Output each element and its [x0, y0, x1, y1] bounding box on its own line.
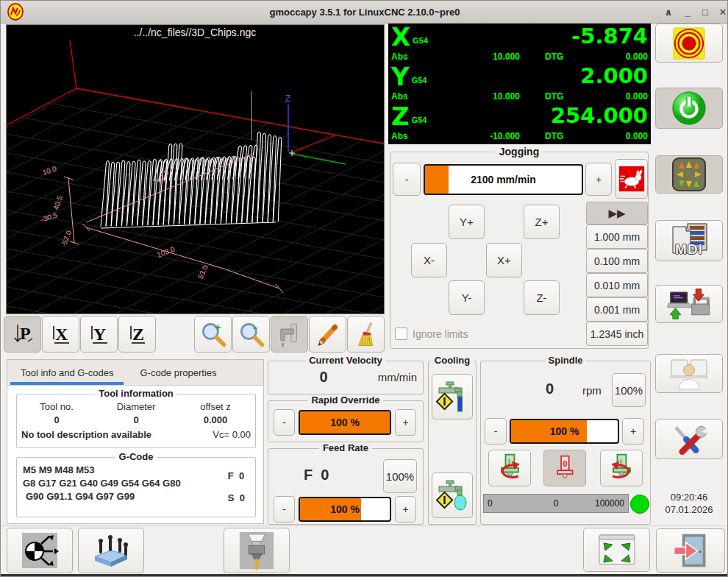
z-axis-label: Z: [285, 93, 290, 104]
spindle-stop-button[interactable]: 0: [543, 450, 586, 486]
svg-text:X: X: [55, 325, 68, 344]
spindle-cw-button[interactable]: I: [600, 450, 643, 486]
rapid-plus-button[interactable]: +: [395, 409, 416, 436]
coord-system: G54: [412, 116, 427, 124]
cooling-frame: Cooling: [428, 361, 477, 525]
zoom-out-button[interactable]: -: [232, 316, 270, 353]
gremlin-3d-preview[interactable]: Z 10.0 40.5 -30.5 -52.0 52.1 103.0: [6, 24, 385, 314]
tab-gcode-properties[interactable]: G-code properties: [126, 360, 229, 385]
touch-off-button[interactable]: [7, 528, 73, 573]
jog-x-minus-button[interactable]: X-: [411, 243, 447, 277]
bar-max: 100000: [579, 498, 628, 509]
s-label: S: [228, 492, 235, 503]
toggle-dimensions-button[interactable]: [271, 316, 308, 353]
s-value: 0: [240, 492, 245, 503]
clock: 09:20:46 07.01.2026: [655, 491, 723, 516]
jog-x-plus-button[interactable]: X+: [486, 243, 522, 277]
minimize-button[interactable]: _: [679, 1, 696, 23]
clear-plot-button[interactable]: [347, 316, 385, 353]
velocity-value: 0: [268, 369, 379, 386]
user-tabs-button[interactable]: [655, 354, 723, 393]
view-z-button[interactable]: Z: [118, 316, 156, 353]
view-y-button[interactable]: Y: [80, 316, 118, 353]
jog-increment-1mm[interactable]: 1.000 mm: [586, 224, 648, 249]
dro-row-x[interactable]: X G54 -5.874 Abs 10.000 DTG 0.000: [388, 24, 651, 63]
jog-increment-01mm[interactable]: 0.100 mm: [586, 249, 648, 273]
clamp-icon: [276, 320, 304, 348]
spindle-title: Spindle: [545, 355, 587, 366]
jog-speed-slider[interactable]: 2100 mm/min: [424, 164, 583, 195]
feed-reset-button[interactable]: 100%: [383, 459, 417, 493]
exit-door-icon: [671, 531, 710, 570]
spindle-speed-bar: 0 0 100000: [483, 494, 629, 513]
spindle-ccw-icon: I: [491, 452, 528, 484]
spindle-reset-button[interactable]: 100%: [612, 373, 646, 407]
rapid-minus-button[interactable]: -: [274, 409, 295, 436]
rapid-override-title: Rapid Override: [307, 394, 383, 406]
ignore-limits-checkbox[interactable]: Ignore limits: [395, 328, 468, 340]
jog-z-minus-button[interactable]: Z-: [524, 280, 560, 315]
fullscreen-toggle-button[interactable]: [583, 528, 650, 572]
spindle-override-slider[interactable]: 100 %: [510, 419, 619, 444]
dro-panel[interactable]: X G54 -5.874 Abs 10.000 DTG 0.000 Y G54 …: [388, 24, 651, 144]
feed-minus-button[interactable]: -: [274, 496, 295, 523]
manual-mode-button[interactable]: [655, 155, 723, 194]
maximize-button[interactable]: □: [696, 1, 714, 23]
flood-icon: [436, 476, 468, 514]
auto-mode-button[interactable]: [655, 285, 723, 323]
broom-icon: [352, 320, 380, 348]
spindle-plus-button[interactable]: +: [622, 418, 644, 445]
dtg-label: DTG: [545, 131, 563, 142]
edit-offsets-button[interactable]: [309, 316, 346, 353]
gcode-frame: G-Code M5 M9 M48 M53 G8 G17 G21 G40 G49 …: [16, 457, 256, 517]
view-x-icon: X: [49, 322, 74, 347]
zoom-in-button[interactable]: +: [194, 316, 232, 353]
coord-system: G54: [412, 76, 427, 85]
zoom-out-icon: -: [237, 319, 266, 349]
jog-speed-minus-button[interactable]: -: [393, 163, 421, 196]
dtg-label: DTG: [545, 52, 563, 63]
svg-text:0: 0: [563, 459, 568, 468]
view-perspective-button[interactable]: P: [4, 316, 41, 353]
mdi-mode-button[interactable]: MDI: [655, 220, 723, 261]
jog-increment-continuous[interactable]: ▶▶: [586, 202, 648, 224]
mist-coolant-button[interactable]: [432, 374, 473, 420]
exit-button[interactable]: [656, 528, 725, 573]
emergency-stop-button[interactable]: [655, 24, 723, 63]
settings-button[interactable]: [655, 419, 723, 459]
abs-value: -10.000: [421, 131, 520, 142]
bar-min: 0: [484, 498, 533, 509]
spindle-minus-button[interactable]: -: [485, 418, 507, 445]
jog-z-plus-button[interactable]: Z+: [524, 205, 560, 239]
feed-f-label: F 0: [304, 467, 329, 484]
feed-rate-slider[interactable]: 100 %: [299, 497, 391, 522]
jog-increment-inch[interactable]: 1.2345 inch: [586, 322, 648, 346]
dro-row-y[interactable]: Y G54 2.000 Abs 10.000 DTG 0.000: [388, 63, 651, 103]
turtle-rabbit-toggle-button[interactable]: [615, 159, 648, 199]
rapid-override-slider[interactable]: 100 %: [299, 410, 391, 435]
offset-z-value: 0.000: [176, 414, 255, 425]
checkbox-box[interactable]: [395, 328, 407, 340]
velocity-unit: mm/min: [378, 371, 417, 383]
bar-current: 0: [533, 498, 579, 509]
coord-system: G54: [413, 36, 428, 45]
close-button[interactable]: ✕: [714, 1, 728, 23]
machine-on-button[interactable]: [655, 88, 723, 129]
tab-tool-info[interactable]: Tool info and G-codes: [7, 360, 126, 385]
jog-increment-0001mm[interactable]: 0.001 mm: [586, 297, 648, 322]
view-x-button[interactable]: X: [42, 316, 79, 353]
flood-coolant-button[interactable]: [432, 472, 473, 518]
jog-y-minus-button[interactable]: Y-: [449, 280, 485, 315]
jog-speed-plus-button[interactable]: +: [585, 163, 612, 196]
tool-change-button[interactable]: [224, 528, 290, 573]
view-z-icon: Z: [125, 322, 150, 347]
shade-button[interactable]: ∧: [660, 1, 677, 23]
touch-plate-button[interactable]: [78, 528, 144, 573]
clock-date: 07.01.2026: [655, 503, 723, 516]
jog-y-plus-button[interactable]: Y+: [449, 205, 485, 239]
feed-plus-button[interactable]: +: [395, 496, 416, 523]
dro-row-z[interactable]: Z G54 254.000 Abs -10.000 DTG 0.000: [388, 103, 651, 143]
spindle-ccw-button[interactable]: I: [488, 450, 531, 486]
jog-increment-001mm[interactable]: 0.010 mm: [586, 273, 648, 297]
mist-icon: [436, 378, 468, 416]
